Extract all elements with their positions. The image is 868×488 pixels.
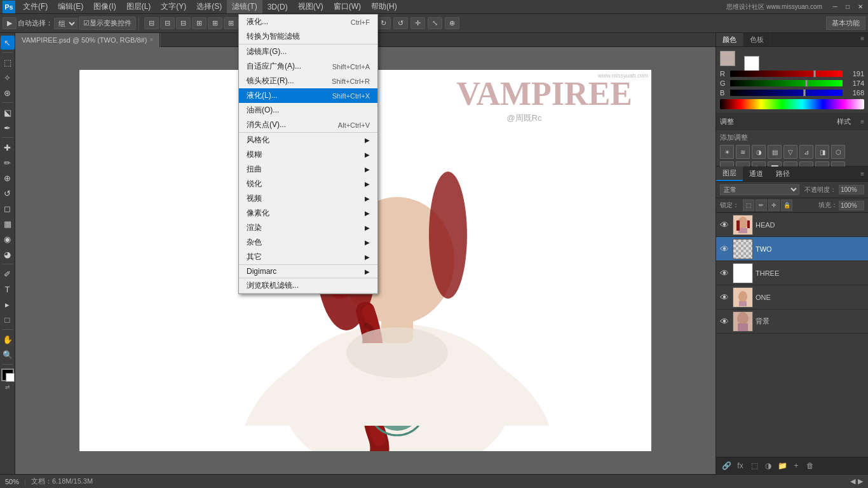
filter-pixelate[interactable]: 像素化 ▶ [239, 206, 377, 220]
filter-noise-label: 杂色 [247, 237, 262, 248]
filter-digimarc[interactable]: Digimarc ▶ [239, 265, 377, 278]
filter-lens-correction[interactable]: 镜头校正(R)... Shift+Ctrl+R [239, 74, 377, 88]
filter-pixelate-label: 像素化 [247, 208, 269, 219]
filter-gallery-label: 滤镜库(G)... [247, 46, 287, 57]
filter-render[interactable]: 渲染 ▶ [239, 220, 377, 235]
filter-blur-arrow: ▶ [365, 151, 370, 158]
filter-liquify[interactable]: 液化(L)... Shift+Ctrl+X [239, 88, 377, 103]
filter-video[interactable]: 视频 ▶ [239, 191, 377, 206]
filter-vanishing-point[interactable]: 消失点(V)... Alt+Ctrl+V [239, 118, 377, 132]
filter-menu-section-1: 液化... Ctrl+F 转换为智能滤镜 [239, 15, 377, 44]
filter-stylize-arrow: ▶ [365, 137, 370, 144]
filter-lens-correction-shortcut: Shift+Ctrl+R [332, 78, 370, 85]
filter-adaptive-wide[interactable]: 自适应广角(A)... Shift+Ctrl+A [239, 59, 377, 74]
filter-digimarc-label: Digimarc [247, 267, 276, 276]
filter-video-arrow: ▶ [365, 195, 370, 202]
filter-noise-arrow: ▶ [365, 239, 370, 246]
filter-menu-section-3: 风格化 ▶ 模糊 ▶ 扭曲 ▶ 锐化 ▶ 视频 ▶ 像素化 ▶ [239, 133, 377, 265]
filter-browse-online-label: 浏览联机滤镜... [247, 280, 299, 291]
filter-vanishing-point-shortcut: Alt+Ctrl+V [338, 121, 370, 129]
filter-liquify-recent-shortcut: Ctrl+F [351, 18, 370, 26]
filter-dropdown-menu: 液化... Ctrl+F 转换为智能滤镜 滤镜库(G)... 自适应广角(A).… [238, 14, 378, 294]
filter-distort[interactable]: 扭曲 ▶ [239, 162, 377, 177]
filter-distort-label: 扭曲 [247, 164, 262, 175]
filter-browse-online[interactable]: 浏览联机滤镜... [239, 278, 377, 293]
filter-distort-arrow: ▶ [365, 166, 370, 173]
filter-adaptive-wide-shortcut: Shift+Ctrl+A [332, 63, 370, 71]
filter-other-arrow: ▶ [365, 254, 370, 261]
filter-liquify-label: 液化(L)... [247, 90, 278, 101]
filter-gallery[interactable]: 滤镜库(G)... [239, 44, 377, 59]
filter-oil-paint-label: 油画(O)... [247, 105, 279, 116]
filter-vanishing-point-label: 消失点(V)... [247, 119, 286, 130]
filter-video-label: 视频 [247, 193, 262, 204]
filter-lens-correction-label: 镜头校正(R)... [247, 76, 294, 86]
filter-liquify-shortcut: Shift+Ctrl+X [332, 92, 370, 100]
filter-render-label: 渲染 [247, 222, 262, 233]
filter-stylize[interactable]: 风格化 ▶ [239, 133, 377, 147]
filter-blur-label: 模糊 [247, 149, 262, 160]
filter-menu-section-2: 滤镜库(G)... 自适应广角(A)... Shift+Ctrl+A 镜头校正(… [239, 44, 377, 133]
filter-convert-smart[interactable]: 转换为智能滤镜 [239, 29, 377, 44]
filter-menu-overlay[interactable]: 液化... Ctrl+F 转换为智能滤镜 滤镜库(G)... 自适应广角(A).… [0, 0, 868, 488]
filter-stylize-label: 风格化 [247, 135, 269, 146]
filter-adaptive-wide-label: 自适应广角(A)... [247, 61, 301, 72]
filter-liquify-recent-label: 液化... [247, 17, 268, 27]
filter-convert-smart-label: 转换为智能滤镜 [247, 31, 300, 42]
filter-digimarc-arrow: ▶ [365, 268, 370, 275]
filter-render-arrow: ▶ [365, 224, 370, 231]
filter-liquify-recent[interactable]: 液化... Ctrl+F [239, 15, 377, 29]
filter-blur[interactable]: 模糊 ▶ [239, 147, 377, 162]
filter-noise[interactable]: 杂色 ▶ [239, 235, 377, 250]
filter-pixelate-arrow: ▶ [365, 210, 370, 217]
filter-menu-section-4: Digimarc ▶ [239, 265, 377, 278]
filter-oil-paint[interactable]: 油画(O)... [239, 103, 377, 118]
filter-sharpen[interactable]: 锐化 ▶ [239, 177, 377, 191]
filter-sharpen-arrow: ▶ [365, 180, 370, 187]
filter-other[interactable]: 其它 ▶ [239, 250, 377, 264]
filter-menu-section-5: 浏览联机滤镜... [239, 278, 377, 294]
filter-other-label: 其它 [247, 252, 262, 262]
filter-sharpen-label: 锐化 [247, 179, 262, 189]
